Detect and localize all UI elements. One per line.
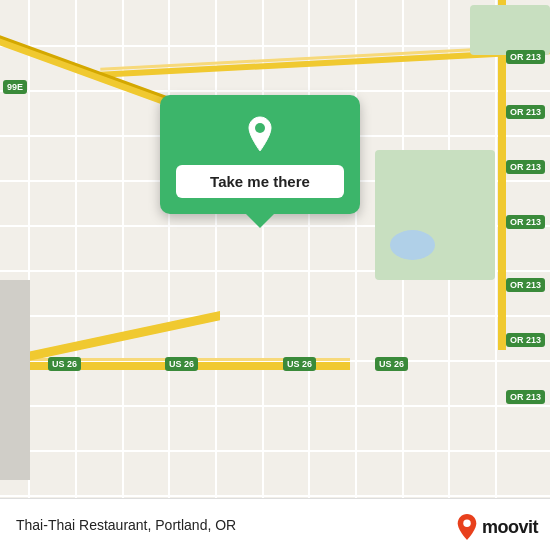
highway-badge-or213: OR 213 xyxy=(506,333,545,347)
moovit-logo: moovit xyxy=(456,514,538,540)
highway-badge-or213: OR 213 xyxy=(506,105,545,119)
highway-badge-or213: OR 213 xyxy=(506,278,545,292)
highway-badge-or213: OR 213 xyxy=(506,50,545,64)
bottom-bar: Thai-Thai Restaurant, Portland, OR moovi… xyxy=(0,498,550,550)
diagonal-us26-container xyxy=(0,300,220,450)
street xyxy=(308,0,310,550)
svg-point-1 xyxy=(463,520,470,527)
highway-badge-us26: US 26 xyxy=(48,357,81,371)
highway-badge-or213: OR 213 xyxy=(506,390,545,404)
park-area-top xyxy=(470,5,550,55)
street xyxy=(262,0,264,550)
svg-point-0 xyxy=(255,123,265,133)
park-area xyxy=(375,150,495,280)
moovit-brand-text: moovit xyxy=(482,517,538,538)
popup-card: Take me there xyxy=(160,95,360,214)
highway-badge-99e: 99E xyxy=(3,80,27,94)
water-area xyxy=(390,230,435,260)
highway-badge-us26: US 26 xyxy=(375,357,408,371)
place-name: Thai-Thai Restaurant, Portland, OR xyxy=(12,517,236,533)
street xyxy=(495,0,497,550)
highway-badge-or213: OR 213 xyxy=(506,160,545,174)
industrial-area xyxy=(0,280,30,480)
street xyxy=(215,0,217,550)
moovit-pin-icon xyxy=(456,514,478,540)
street xyxy=(355,0,357,550)
map-container: OR 213 OR 213 OR 213 OR 213 OR 213 OR 21… xyxy=(0,0,550,550)
highway-badge-us26: US 26 xyxy=(165,357,198,371)
street xyxy=(0,495,550,497)
highway-badge-us26: US 26 xyxy=(283,357,316,371)
street xyxy=(0,450,550,452)
location-pin-icon xyxy=(239,113,281,155)
highway-badge-or213: OR 213 xyxy=(506,215,545,229)
take-me-there-button[interactable]: Take me there xyxy=(176,165,344,198)
